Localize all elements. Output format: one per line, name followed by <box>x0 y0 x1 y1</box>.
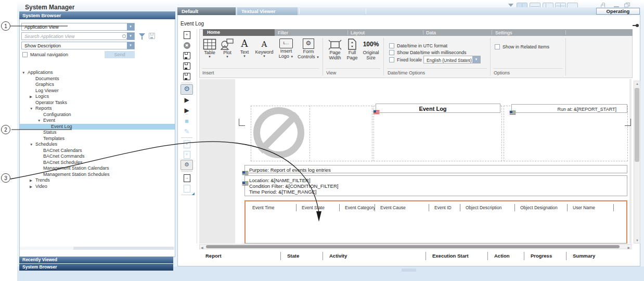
ribbon-tab-filter[interactable]: Filter <box>278 30 288 35</box>
status-column[interactable]: State <box>281 252 323 260</box>
header-runat-region[interactable] <box>504 106 628 161</box>
tree-item[interactable]: ▼Applications <box>20 70 175 76</box>
tree-expander-icon[interactable]: ▼ <box>22 70 28 76</box>
save-as-button[interactable] <box>180 61 194 71</box>
tree-item[interactable]: ▼Event <box>20 118 175 124</box>
chevron-down-icon[interactable]: ▼ <box>127 33 134 40</box>
event-table-column[interactable]: Event ID <box>429 204 460 211</box>
tree-item[interactable]: BACnet Calendars <box>20 148 175 154</box>
event-table-column[interactable]: Object Description <box>460 204 515 211</box>
locale-dropdown[interactable]: English (United States) ▼ <box>423 56 481 63</box>
chevron-down-icon[interactable]: ▼ <box>127 23 134 30</box>
status-column[interactable]: Execution Start <box>426 252 488 260</box>
tree-expander-icon[interactable]: ▶ <box>30 184 35 190</box>
header-title-region[interactable] <box>373 106 502 161</box>
page-width-button[interactable]: Page Width <box>327 40 343 60</box>
scrollbar-thumb[interactable] <box>635 88 639 162</box>
scroll-left-icon[interactable]: ◀ <box>201 246 203 249</box>
filter-icon[interactable] <box>139 33 145 40</box>
tree-item[interactable]: ▼Schedules <box>20 142 175 148</box>
new-report-definition-button[interactable]: + <box>180 30 194 40</box>
tree-expander-icon[interactable]: ▶ <box>30 177 35 184</box>
tree-item[interactable]: Management Station Schedules <box>20 172 175 178</box>
tree-expander-icon[interactable]: ▼ <box>30 142 35 148</box>
export-pdf-button[interactable]: ▼ <box>180 139 194 149</box>
keyword-button[interactable]: A Keyword▼ <box>253 39 276 58</box>
tree-item[interactable]: Log Viewer <box>20 88 175 94</box>
system-browser-header[interactable]: System Browser <box>19 11 175 19</box>
view-selector-combo[interactable]: Application View ▼ <box>21 23 135 31</box>
fixed-locale-checkbox[interactable] <box>389 57 394 62</box>
status-column[interactable]: Action <box>488 252 524 260</box>
export-excel-button[interactable]: ✕ <box>180 149 194 160</box>
preview-horizontal-scrollbar[interactable]: ◀ ▶ <box>199 244 632 249</box>
recently-viewed-bar[interactable]: Recently Viewed <box>19 257 173 263</box>
tree-expander-icon[interactable]: ▼ <box>30 106 35 112</box>
tree-expander-icon[interactable]: ▶ <box>30 94 35 100</box>
status-column[interactable]: Summary <box>566 252 644 260</box>
tree-item[interactable]: Graphics <box>20 82 175 88</box>
scroll-up-icon[interactable]: ▲ <box>636 82 639 85</box>
status-column[interactable]: Progress <box>524 252 566 260</box>
scrollbar-thumb[interactable] <box>73 247 174 250</box>
tree-item[interactable]: Status <box>20 130 175 136</box>
event-table-column[interactable]: Event State <box>297 204 340 211</box>
run-at-box[interactable]: Run at: &[REPORT_START] <box>511 104 627 113</box>
tree-item[interactable]: Event Log <box>20 124 175 130</box>
save-search-icon[interactable] <box>149 33 155 39</box>
tree-item[interactable]: BACnet Schedules <box>20 160 175 166</box>
save-button[interactable] <box>180 50 194 61</box>
full-page-button[interactable]: Full Page <box>344 39 360 60</box>
milliseconds-checkbox[interactable] <box>389 50 394 55</box>
run-with-options-button[interactable]: ▶... <box>180 105 194 116</box>
tree-item[interactable]: Configuration <box>20 112 175 118</box>
tree-item[interactable]: ▶Trends <box>20 177 175 184</box>
stop-button[interactable]: ■ <box>180 116 194 126</box>
tree-item[interactable]: Operator Tasks <box>20 100 175 106</box>
scroll-right-icon[interactable]: ▶ <box>627 246 630 249</box>
status-column[interactable]: Report <box>199 252 281 260</box>
text-button[interactable]: A Text▼ <box>236 38 253 58</box>
export-definition-button[interactable]: → <box>180 173 194 183</box>
chevron-down-icon[interactable]: ▼ <box>127 42 134 49</box>
event-table-column[interactable]: Event Time <box>247 204 297 211</box>
tree-item[interactable]: Management Station Calendars <box>20 165 175 172</box>
import-definition-button[interactable]: ← <box>180 183 194 194</box>
event-table[interactable]: Event TimeEvent StateEvent CategoryEvent… <box>244 200 627 244</box>
show-related-items-checkbox[interactable] <box>495 44 500 49</box>
purpose-box[interactable]: Purpose: Report of events log entries <box>244 165 627 173</box>
report-title-box[interactable]: Event Log <box>376 104 500 113</box>
event-table-column[interactable]: User Name <box>568 204 614 211</box>
description-selector-combo[interactable]: Show Description ▼ <box>21 42 135 49</box>
tab-default[interactable]: Default <box>177 7 236 15</box>
tree-item[interactable]: ▼Reports <box>20 106 175 112</box>
system-browser-bar[interactable]: System Browser <box>19 264 173 271</box>
tree-item[interactable]: ▶Logics <box>20 94 175 100</box>
manual-navigation-checkbox[interactable] <box>22 52 28 57</box>
preview-vertical-scrollbar[interactable]: ▲ ▼ <box>634 81 640 244</box>
status-column[interactable]: Activity <box>323 252 426 260</box>
chevron-down-icon[interactable]: ▼ <box>472 56 480 63</box>
insert-logo-button[interactable]: L... Insert Logo ▼ <box>276 39 296 59</box>
run-report-button[interactable]: ▶ <box>180 95 194 105</box>
splitter-grip[interactable] <box>402 269 416 272</box>
scroll-down-icon[interactable]: ▼ <box>636 239 639 242</box>
tree-expander-icon[interactable]: ▼ <box>37 118 43 124</box>
ribbon-tab-data[interactable]: Data <box>426 30 436 35</box>
original-size-button[interactable]: 100% Original Size <box>360 39 381 60</box>
event-table-column[interactable]: Event Cause <box>375 204 429 211</box>
edit-mode-gear-button[interactable]: ⚙ <box>180 84 194 95</box>
tree-item[interactable]: Templates <box>20 136 175 142</box>
tree-item[interactable]: ▶Video <box>20 184 175 190</box>
tab-textual-viewer[interactable]: Textual Viewer <box>237 7 298 15</box>
tree-item[interactable]: Documents <box>20 76 175 82</box>
utc-format-checkbox[interactable] <box>389 43 394 48</box>
scrollbar-thumb[interactable] <box>206 245 620 248</box>
tree-horizontal-scrollbar[interactable] <box>20 247 175 250</box>
send-button[interactable]: Send <box>105 51 135 58</box>
filters-box[interactable]: Location: &[NAME_FILTER] Condition Filte… <box>244 175 627 196</box>
tree-item[interactable]: BACnet Commands <box>20 154 175 160</box>
plot-button[interactable]: Plot▼ <box>219 39 236 59</box>
event-table-column[interactable]: Object Designation <box>515 204 568 211</box>
event-table-column[interactable]: Event Category <box>340 204 375 211</box>
